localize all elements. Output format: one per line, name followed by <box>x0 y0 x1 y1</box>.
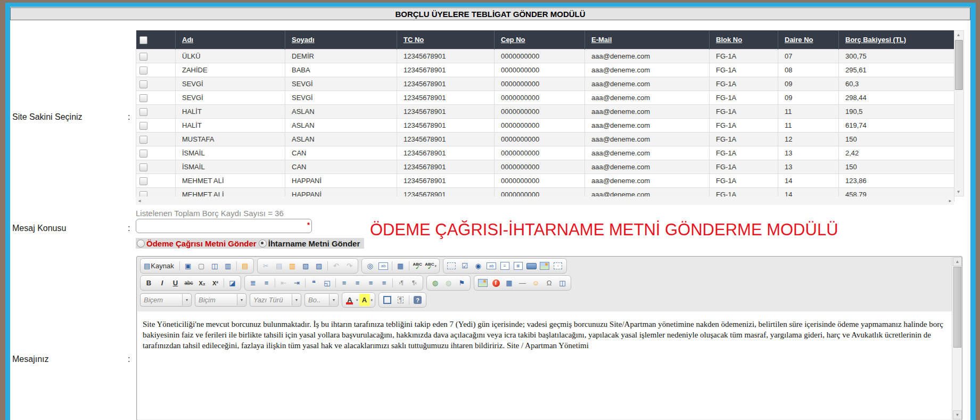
show-blocks-button[interactable]: ¶ <box>394 294 407 306</box>
font-size-dropdown[interactable]: Bo.. ▾ <box>304 293 339 307</box>
editor-vscroll-thumb[interactable] <box>953 267 961 348</box>
header-borc-bakiyesi[interactable]: Borç Bakiyesi (TL) <box>839 30 954 50</box>
table-horizontal-scrollbar[interactable]: ◄ ► <box>136 196 954 205</box>
redo-button[interactable]: ↷ <box>343 260 356 272</box>
bold-button[interactable]: B <box>143 277 155 289</box>
strikethrough-button[interactable]: abc <box>183 277 195 289</box>
subject-input[interactable] <box>136 219 312 233</box>
header-adi[interactable]: Adı <box>176 30 285 50</box>
table-vscroll-thumb[interactable] <box>955 40 963 90</box>
special-char-button[interactable]: Ω <box>543 277 555 289</box>
editor-vertical-scrollbar[interactable]: ▲ ▼ <box>952 257 961 419</box>
row-checkbox[interactable] <box>139 136 147 144</box>
header-soyadi[interactable]: Soyadı <box>285 30 397 50</box>
scroll-up-icon[interactable]: ▲ <box>954 31 962 39</box>
spellcheck-button[interactable]: ABC✓ <box>411 260 424 272</box>
print-button[interactable]: ▥ <box>222 260 234 272</box>
scroll-left-icon[interactable]: ◄ <box>136 197 143 204</box>
align-justify-button[interactable]: ≡ <box>378 277 390 289</box>
hidden-field-button[interactable]: ▫ <box>552 260 564 272</box>
blockquote-button[interactable]: ❝ <box>308 277 320 289</box>
save-button[interactable]: ▣ <box>182 260 194 272</box>
replace-button[interactable]: ab <box>377 260 390 272</box>
find-button[interactable]: ◎ <box>364 260 376 272</box>
text-direction-ltr-button[interactable]: ›¶ <box>395 277 407 289</box>
header-blok-no[interactable]: Blok No <box>710 30 778 50</box>
numbered-list-button[interactable]: ≣ <box>247 277 259 289</box>
bulleted-list-button[interactable]: ≡ <box>260 277 273 289</box>
paste-from-word-button[interactable]: ▨ <box>313 260 325 272</box>
cut-button[interactable]: ✂ <box>260 260 272 272</box>
font-dropdown[interactable]: Yazı Türü ▾ <box>250 293 301 307</box>
templates-button[interactable]: ▤ <box>239 260 251 272</box>
new-page-button[interactable]: ▢ <box>195 260 208 272</box>
header-daire-no[interactable]: Daire No <box>778 30 839 50</box>
row-checkbox[interactable] <box>139 108 147 116</box>
header-cep-no[interactable]: Cep No <box>495 30 585 50</box>
indent-button[interactable]: ⇥ <box>291 277 303 289</box>
table-button[interactable]: ▦ <box>503 277 515 289</box>
text-field-button[interactable]: ab <box>485 260 498 272</box>
link-button[interactable]: ◍ <box>429 277 441 289</box>
about-button[interactable]: ? <box>411 294 424 306</box>
image-button-field-button[interactable] <box>539 260 551 272</box>
notice-radio[interactable] <box>259 240 267 248</box>
align-center-button[interactable]: ≡ <box>351 277 364 289</box>
radio-field-button[interactable]: ◉ <box>472 260 484 272</box>
styles-dropdown[interactable]: Biçem ▾ <box>140 293 192 307</box>
row-checkbox[interactable] <box>139 53 147 61</box>
text-color-button[interactable]: A <box>344 294 355 306</box>
anchor-button[interactable]: ⚑ <box>456 277 468 289</box>
align-right-button[interactable]: ≡ <box>365 277 377 289</box>
row-checkbox[interactable] <box>139 163 147 171</box>
unlink-button[interactable]: ◍ <box>442 277 455 289</box>
iframe-button[interactable]: ◫ <box>556 277 569 289</box>
undo-button[interactable]: ↶ <box>330 260 342 272</box>
payment-call-radio[interactable] <box>137 240 145 248</box>
horizontal-rule-button[interactable]: — <box>516 277 529 289</box>
superscript-button[interactable]: X² <box>209 277 221 289</box>
row-checkbox[interactable] <box>139 122 147 130</box>
underline-button[interactable]: U <box>169 277 182 289</box>
format-dropdown[interactable]: Biçim ▾ <box>195 293 246 307</box>
button-field-button[interactable] <box>525 260 538 272</box>
remove-format-button[interactable]: ◪ <box>226 277 238 289</box>
copy-button[interactable]: ▤ <box>273 260 285 272</box>
preview-button[interactable]: ◫ <box>209 260 221 272</box>
div-container-button[interactable]: ◱ <box>321 277 333 289</box>
text-direction-rtl-button[interactable]: ¶‹ <box>408 277 421 289</box>
payment-call-radio-label[interactable]: Ödeme Çağrısı Metni Gönder <box>146 239 257 248</box>
select-all-checkbox[interactable] <box>139 36 147 44</box>
image-button[interactable] <box>476 277 489 289</box>
subscript-button[interactable]: X₂ <box>196 277 208 289</box>
editor-scroll-up-icon[interactable]: ▲ <box>953 257 962 266</box>
flash-button[interactable]: f <box>490 277 502 289</box>
paste-as-text-button[interactable]: ▧ <box>300 260 312 272</box>
header-email[interactable]: E-Mail <box>585 30 710 50</box>
align-left-button[interactable]: ≡ <box>338 277 350 289</box>
editor-content[interactable]: Site Yöneticiliği'ne mevcut borcunuz bul… <box>137 311 952 419</box>
source-button[interactable]: ▤ Kaynak <box>143 260 177 272</box>
maximize-button[interactable] <box>381 294 393 306</box>
select-field-button[interactable]: ≣ <box>512 260 524 272</box>
smiley-button[interactable]: ☺ <box>530 277 542 289</box>
editor-scroll-down-icon[interactable]: ▼ <box>953 410 962 419</box>
textarea-field-button[interactable]: ≡ <box>499 260 511 272</box>
checkbox-field-button[interactable]: ☑ <box>459 260 471 272</box>
scroll-down-icon[interactable]: ▼ <box>954 188 962 196</box>
select-all-button[interactable]: ▦ <box>394 260 407 272</box>
notice-radio-label[interactable]: İhtarname Metni Gönder <box>268 239 360 248</box>
table-vertical-scrollbar[interactable]: ▲ ▼ <box>954 30 964 196</box>
row-checkbox[interactable] <box>139 67 147 75</box>
header-tc-no[interactable]: TC No <box>397 30 495 50</box>
row-checkbox[interactable] <box>139 94 147 102</box>
spellcheck-menu-button[interactable]: ABC✓ ▾ <box>425 260 437 272</box>
row-checkbox[interactable] <box>139 177 147 185</box>
scroll-right-icon[interactable]: ► <box>946 197 954 204</box>
italic-button[interactable]: I <box>156 277 168 289</box>
outdent-button[interactable]: ⇤ <box>277 277 290 289</box>
paste-button[interactable]: ▥ <box>286 260 299 272</box>
form-button[interactable] <box>446 260 458 272</box>
row-checkbox[interactable] <box>139 80 147 88</box>
row-checkbox[interactable] <box>139 150 147 158</box>
